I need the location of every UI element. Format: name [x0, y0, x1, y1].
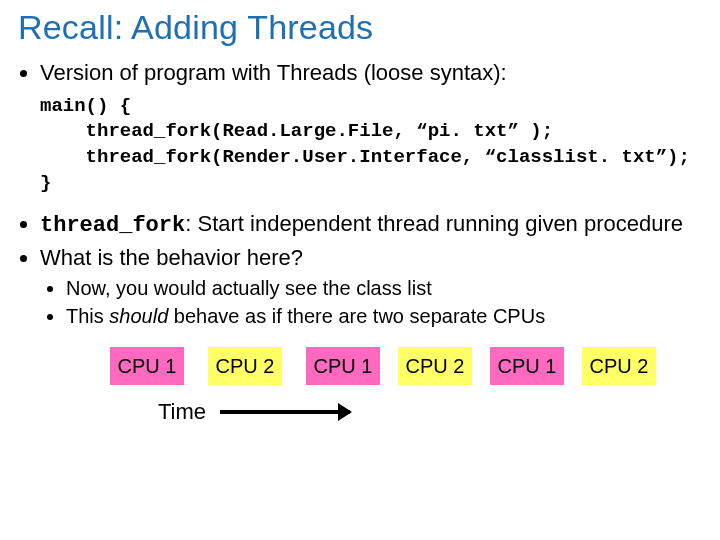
bullet-list-sub: Now, you would actually see the class li… [18, 275, 702, 329]
bullet-threadfork: thread_fork: Start independent thread ru… [40, 210, 702, 240]
threadfork-mono: thread_fork [40, 213, 185, 238]
cpu1-box: CPU 1 [306, 347, 380, 385]
arrow-right-icon [220, 410, 350, 414]
bullet-list-mid: thread_fork: Start independent thread ru… [18, 210, 702, 271]
code-line-2: thread_fork(Read.Large.File, “pi. txt” )… [40, 120, 553, 142]
cpu1-box: CPU 1 [110, 347, 184, 385]
cpu1-box: CPU 1 [490, 347, 564, 385]
cpu2-box: CPU 2 [208, 347, 282, 385]
slide: Recall: Adding Threads Version of progra… [0, 0, 720, 540]
sub-bullet-should: This should behave as if there are two s… [66, 303, 702, 329]
sub-should-b: behave as if there are two separate CPUs [168, 305, 545, 327]
cpu2-box: CPU 2 [582, 347, 656, 385]
gap [282, 347, 306, 385]
bullet-behavior-q: What is the behavior here? [40, 244, 702, 272]
sub-should-a: This [66, 305, 109, 327]
cpu-timeline: CPU 1 CPU 2 CPU 1 CPU 2 CPU 1 CPU 2 [110, 347, 702, 385]
code-block: main() { thread_fork(Read.Large.File, “p… [40, 94, 702, 197]
bullet-version: Version of program with Threads (loose s… [40, 59, 702, 88]
cpu2-box: CPU 2 [398, 347, 472, 385]
threadfork-rest: : Start independent thread running given… [185, 211, 683, 236]
gap [184, 347, 208, 385]
gap [380, 347, 398, 385]
slide-title: Recall: Adding Threads [18, 8, 702, 47]
code-line-4: } [40, 172, 51, 194]
time-label: Time [158, 399, 206, 425]
sub-bullet-classlist: Now, you would actually see the class li… [66, 275, 702, 301]
code-line-3: thread_fork(Render.User.Interface, “clas… [40, 146, 690, 168]
sub-should-em: should [109, 305, 168, 327]
gap [564, 347, 582, 385]
time-axis: Time [158, 399, 702, 425]
bullet-list-top: Version of program with Threads (loose s… [18, 59, 702, 88]
code-line-1: main() { [40, 95, 131, 117]
gap [472, 347, 490, 385]
